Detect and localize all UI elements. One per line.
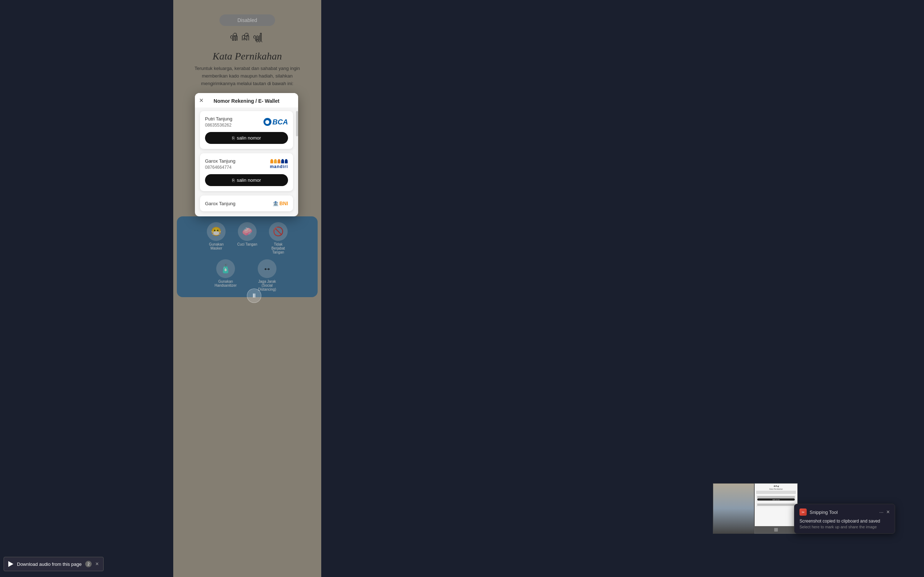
bni-account-info: Garox Tanjung: [205, 201, 235, 206]
mandiri-account-name: Garox Tanjung: [205, 158, 235, 164]
modal-title: Nomor Rekening / E- Wallet: [214, 98, 279, 104]
mandiri-copy-label: salin nomor: [237, 177, 261, 183]
mandiri-logo: mandiri: [270, 159, 288, 169]
mandiri-copy-button[interactable]: ⎘ salin nomor: [205, 174, 288, 186]
modal-header: × Nomor Rekening / E- Wallet: [195, 93, 298, 108]
thumbnail-1: [713, 483, 754, 534]
bca-copy-button[interactable]: ⎘ salin nomor: [205, 132, 288, 144]
copy-icon-mandiri: ⎘: [232, 178, 234, 183]
download-audio-text: Download audio from this page: [17, 561, 82, 567]
snipping-more-button[interactable]: ···: [879, 509, 884, 515]
snipping-tool-notification[interactable]: ✂ Snipping Tool ··· × Screenshot copied …: [794, 504, 895, 534]
bca-circle-icon: [263, 118, 271, 126]
snipping-close-button[interactable]: ×: [887, 509, 890, 515]
snipping-tool-header: ✂ Snipping Tool ··· ×: [800, 508, 890, 516]
download-audio-bar: Download audio from this page 2 ×: [3, 557, 103, 571]
mandiri-account-info: Garox Tanjung 08764664774: [205, 158, 235, 170]
copy-icon-bca: ⎘: [232, 135, 234, 141]
modal-overlay[interactable]: [173, 0, 321, 577]
modal-body[interactable]: Putri Tanjung 08635536262 BCA ⎘ salin no…: [195, 108, 298, 216]
bni-logo: 🏦 BNI: [273, 200, 288, 206]
bca-account-info: Putri Tanjung 08635536262: [205, 116, 233, 128]
download-count-badge: 2: [85, 561, 92, 567]
download-close-button[interactable]: ×: [95, 561, 99, 567]
bca-account-name: Putri Tanjung: [205, 116, 233, 121]
snipping-tool-title: Snipping Tool: [809, 509, 838, 515]
mandiri-account-number: 08764664774: [205, 165, 235, 170]
bca-logo: BCA: [263, 118, 288, 126]
modal-scrollbar-track[interactable]: [296, 110, 298, 216]
snipping-tool-subtext[interactable]: Select here to mark up and share the ima…: [800, 525, 890, 529]
play-triangle-icon: [8, 561, 13, 567]
modal-scrollbar-thumb: [296, 111, 298, 136]
snipping-tool-actions: ··· ×: [879, 509, 890, 515]
snipping-tool-icon: ✂: [800, 508, 807, 516]
bca-text-label: BCA: [273, 118, 288, 126]
screenshot-thumbnails: ꦒꦶꦕꦶꦒ꧀ Kata Pernikahan salin nomor: [713, 483, 798, 534]
modal-dialog: × Nomor Rekening / E- Wallet Putri Tanju…: [195, 93, 298, 216]
thumbnail-2: ꦒꦶꦕꦶꦒ꧀ Kata Pernikahan salin nomor: [754, 483, 798, 534]
bank-card-bca: Putri Tanjung 08635536262 BCA ⎘ salin no…: [200, 111, 293, 149]
bank-card-bni-partial: Garox Tanjung 🏦 BNI: [200, 195, 293, 211]
bank-card-mandiri: Garox Tanjung 08764664774 mandiri ⎘: [200, 153, 293, 191]
pause-button[interactable]: ⏸: [247, 288, 261, 303]
snipping-tool-title-row: ✂ Snipping Tool: [800, 508, 838, 516]
mandiri-text-label: mandiri: [270, 164, 288, 169]
modal-close-button[interactable]: ×: [199, 97, 204, 104]
snipping-tool-body: Screenshot copied to clipboard and saved: [800, 519, 890, 524]
download-play-button[interactable]: [8, 561, 13, 567]
bni-account-name: Garox Tanjung: [205, 201, 235, 206]
bca-account-number: 08635536262: [205, 122, 233, 128]
bca-copy-label: salin nomor: [237, 135, 261, 141]
pause-icon: ⏸: [251, 292, 257, 299]
